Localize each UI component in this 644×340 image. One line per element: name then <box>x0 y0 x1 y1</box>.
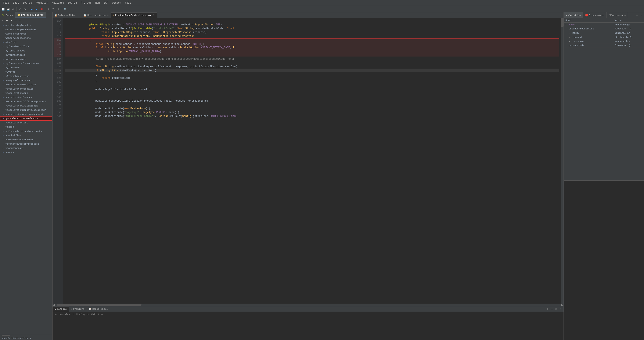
variables-panel-minimize[interactable]: — <box>635 13 639 17</box>
tree-item-yacceleratorcockpits[interactable]: ▸ yacceleratorcockpits <box>0 87 52 91</box>
menu-project[interactable]: Project <box>79 1 93 5</box>
tab-problems[interactable]: ⚠ Problems <box>69 306 86 312</box>
search-toolbar-button[interactable]: 🔍 <box>63 7 67 12</box>
right-panel-bottom <box>564 180 644 340</box>
editor-horizontal-scrollbar[interactable]: ◀ ▶ <box>52 304 564 306</box>
menu-edit[interactable]: Edit <box>11 1 21 5</box>
tree-item-y2ysyncbackoffice[interactable]: ▸ y2ysyncbackoffice <box>0 74 52 78</box>
left-panel-toolbar: ≡ ⇄ ▾ — □ <box>0 18 52 23</box>
tab-project-explorer[interactable]: 📁 Project Explorer <box>15 12 46 18</box>
tree-item-yacceleratorordermanagement[interactable]: ▸ yacceleratorordermanagement <box>0 112 52 116</box>
tree-item-yacceleratorfulfilmentprocess[interactable]: ▸ yacceleratorfulfilmentprocess <box>0 100 52 104</box>
menu-run[interactable]: Run <box>94 1 102 5</box>
tree-item-yempty[interactable]: ▸ yempty <box>0 150 52 154</box>
tree-item-yb2bacceleratorstorefronts[interactable]: ▸ yb2bacceleratorstorefronts <box>0 129 52 133</box>
tree-item-yacceleratorstorefronts[interactable]: ▸ yacceleratorstorefronts <box>0 116 52 121</box>
tab-release-notes-1[interactable]: 📋 Release Notes × <box>52 12 82 18</box>
menu-window[interactable]: Window <box>110 1 123 5</box>
tab-console[interactable]: ▶ Console <box>52 306 69 312</box>
tree-item-ycommercewebservicestest[interactable]: ▸ ycommercewebservicestest <box>0 142 52 146</box>
tab-product-page-controller[interactable]: ☕ ProductPageController.java × <box>112 12 157 18</box>
right-panel-scrollbar[interactable] <box>564 178 644 180</box>
maximize-button[interactable]: □ <box>18 19 22 23</box>
var-row-response[interactable]: ▸ response HeaderWrite <box>564 40 644 44</box>
tree-item-yacceleratortest[interactable]: ▸ yacceleratortest <box>0 121 52 125</box>
tree-item-webhookservices[interactable]: ▸ webhookservices <box>0 32 52 36</box>
close-tab-3[interactable]: × <box>153 14 154 16</box>
save-button[interactable]: 💾 <box>6 7 10 12</box>
view-menu-button[interactable]: ▾ <box>9 19 13 23</box>
tree-item-warehousingwebservices[interactable]: ▸ warehousingwebservices <box>0 28 52 32</box>
tree-item-wishlist[interactable]: ▸ wishlist <box>0 40 52 44</box>
tree-item-yacceleratormarketplaceintegr[interactable]: ▸ yacceleratormarketplaceintegr <box>0 108 52 112</box>
editor-vertical-scrollbar[interactable] <box>561 18 564 304</box>
console-minimize-button[interactable]: — <box>550 307 554 311</box>
minimize-button[interactable]: — <box>14 19 17 23</box>
variables-panel-maximize[interactable]: □ <box>639 13 643 17</box>
code-line-125: final String redirection = checkRequestU… <box>65 61 559 65</box>
var-row-this[interactable]: ▸ this ProductPage <box>564 23 644 27</box>
tab-debug[interactable]: 🐛 Debug <box>0 12 15 18</box>
code-content[interactable]: 114 115 116 117 118 119 120 121 122 123 … <box>52 18 564 304</box>
tree-item-yacceleratorbackoffice[interactable]: ▸ yacceleratorbackoffice <box>0 82 52 87</box>
tab-debug-shell[interactable]: 🐚 Debug Shell <box>86 306 110 312</box>
console-maximize-button[interactable]: □ <box>554 307 558 311</box>
step-into-button[interactable]: ⤵ <box>46 7 50 12</box>
debug-button[interactable]: ▶ <box>29 7 34 12</box>
var-row-request[interactable]: ▸ request HttpServlet3 <box>564 35 644 40</box>
tab-variables[interactable]: ≡ Variables <box>564 12 583 18</box>
variables-content: Name Value ▸ this ProductPage enc <box>564 18 644 178</box>
link-editor-button[interactable]: ⇄ <box>5 19 9 23</box>
menu-file[interactable]: File <box>1 1 11 5</box>
code-line-131: updatePageTitle(productCode, model); <box>65 84 559 88</box>
redo-button[interactable]: ↪ <box>23 7 27 12</box>
tree-item-xyformsstorefrontcommons[interactable]: ▸ xyformsstorefrontcommons <box>0 62 52 66</box>
tree-item-ydocumentcart[interactable]: ▸ ydocumentcart <box>0 146 52 150</box>
horizontal-scroll-thumb[interactable] <box>57 304 142 306</box>
tree-item-ybackoffice[interactable]: ▸ ybackoffice <box>0 133 52 138</box>
console-clear-button[interactable]: 🗑 <box>546 307 550 311</box>
tree-item-y2ysync[interactable]: ▸ y2ysync <box>0 70 52 74</box>
menu-sap[interactable]: SAP <box>102 1 110 5</box>
tree-item-yaddon[interactable]: ▸ yaddon <box>0 125 52 129</box>
tree-item-warehousingfacades[interactable]: ▸ warehousingfacades <box>0 23 52 28</box>
menu-search[interactable]: Search <box>66 1 78 5</box>
tab-breakpoints[interactable]: 🔴 Breakpoints <box>583 12 607 18</box>
var-row-encoded[interactable]: encodedProductCode "1986316" (i <box>564 27 644 31</box>
tree-item-xyformsweb[interactable]: ▸ xyformsweb <box>0 66 52 70</box>
tree-item-yacceleratorcore[interactable]: ▸ yacceleratorcore <box>0 91 52 95</box>
tree-item-ycommercewebservices[interactable]: ▸ ycommercewebservices <box>0 138 52 142</box>
menu-source[interactable]: Source <box>21 1 34 5</box>
undo-button[interactable]: ↩ <box>18 7 22 12</box>
tab-expressions[interactable]: 𝑓 Expressions <box>607 12 628 18</box>
tree-item-xyformsfacades[interactable]: ▸ xyformsfacades <box>0 49 52 53</box>
tree-item-yacceleratorinitialdata[interactable]: ▸ yacceleratorinitialdata <box>0 104 52 108</box>
tree-item-yaasyprofileconnect[interactable]: ▸ yaasyprofileconnect <box>0 78 52 82</box>
menu-navigate[interactable]: Navigate <box>50 1 66 5</box>
close-tab-1[interactable]: × <box>78 14 79 16</box>
step-return-button[interactable]: ↑ <box>56 7 61 12</box>
tree-item-webservicescommons[interactable]: ▸ webservicescommons <box>0 36 52 40</box>
tab-release-notes-2[interactable]: 📋 Release Notes × <box>82 12 112 18</box>
var-row-productcode[interactable]: productCode "1986316" (i <box>564 44 644 48</box>
tree-item-xyformsservices[interactable]: ▸ xyformsservices <box>0 57 52 62</box>
run-button[interactable]: ⏵ <box>34 7 39 12</box>
collapse-all-button[interactable]: ≡ <box>1 19 5 23</box>
tree-item-yacceleratorfacades[interactable]: ▸ yacceleratorfacades <box>0 95 52 100</box>
scroll-left-button[interactable]: ◀ <box>52 303 55 306</box>
console-panel: ▶ Console ⚠ Problems 🐚 Debug Shell 🗑 — □… <box>52 306 564 340</box>
tree-item-xyformsbackoffice[interactable]: ▸ xyformsbackoffice <box>0 44 52 49</box>
menu-refactor[interactable]: Refactor <box>34 1 50 5</box>
var-row-model[interactable]: ▸ model BindingAwar <box>564 31 644 35</box>
close-tab-2[interactable]: × <box>107 14 109 16</box>
source-code[interactable]: @RequestMapping(value = PRODUCT_CODE_PAT… <box>63 18 561 304</box>
new-button[interactable]: 📄 <box>1 7 6 12</box>
menu-help[interactable]: Help <box>123 1 133 5</box>
scroll-right-button[interactable]: ▶ <box>561 303 564 306</box>
console-close-button[interactable]: × <box>558 307 562 311</box>
stop-button[interactable]: ⏹ <box>40 7 44 12</box>
print-button[interactable]: 🖨 <box>11 7 16 12</box>
step-over-button[interactable]: ↷ <box>51 7 56 12</box>
tree-item-xyformssamples[interactable]: ▸ xyformssamples <box>0 53 52 57</box>
console-toolbar: 🗑 — □ × <box>546 307 564 311</box>
